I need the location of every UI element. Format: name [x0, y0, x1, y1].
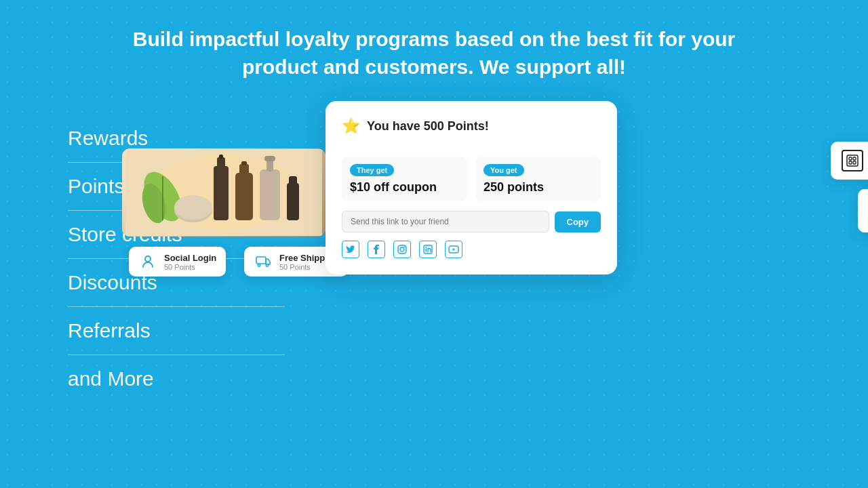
svg-point-6 [174, 195, 212, 220]
they-get-tag: They get [350, 164, 394, 176]
twitter-icon[interactable] [342, 241, 359, 258]
link-input[interactable] [342, 211, 549, 232]
you-get-value: 250 points [484, 180, 593, 195]
svg-rect-9 [219, 155, 223, 159]
coupon-card: $15 off coupon 750 Points [831, 142, 868, 180]
nav-item-referrals[interactable]: Referrals [68, 307, 285, 355]
redeem-info-card: Earn 250 more Points to redeem [858, 189, 868, 232]
svg-point-28 [400, 247, 404, 251]
svg-rect-13 [260, 169, 280, 220]
svg-rect-25 [849, 161, 852, 164]
linkedin-icon[interactable] [419, 241, 437, 258]
they-get-value: $10 off coupon [350, 180, 459, 195]
svg-rect-27 [398, 245, 406, 253]
you-get-box: You get 250 points [475, 157, 601, 201]
social-icons-row [342, 241, 601, 258]
right-panel: Social Login 50 Points Free Shipping 50 … [326, 101, 814, 274]
svg-rect-24 [853, 157, 856, 160]
social-login-points: 50 Points [164, 263, 216, 271]
svg-rect-7 [214, 166, 229, 220]
header-line2: product and customers. We support all! [242, 56, 626, 78]
svg-rect-17 [289, 176, 297, 185]
truck-icon [254, 252, 273, 271]
copy-button[interactable]: Copy [555, 211, 601, 232]
svg-rect-8 [217, 157, 225, 168]
instagram-icon[interactable] [393, 241, 411, 258]
nav-item-and-more[interactable]: and More [68, 355, 285, 403]
svg-rect-31 [426, 249, 427, 252]
they-get-box: They get $10 off coupon [342, 157, 467, 201]
svg-rect-19 [256, 257, 266, 264]
product-image-card [122, 148, 326, 237]
main-widget-card: ⭐ You have 500 Points! They get $10 off … [326, 101, 617, 274]
referral-row: They get $10 off coupon You get 250 poin… [342, 157, 601, 201]
svg-rect-10 [235, 173, 253, 220]
svg-rect-11 [239, 164, 249, 175]
you-get-tag: You get [484, 164, 524, 176]
referral-section: They get $10 off coupon You get 250 poin… [342, 146, 601, 258]
link-share-row: Copy [342, 211, 601, 232]
header-text: Build impactful loyalty programs based o… [0, 0, 868, 81]
facebook-icon[interactable] [368, 241, 385, 258]
svg-rect-23 [849, 157, 852, 160]
svg-rect-16 [287, 183, 299, 220]
social-login-badge: Social Login 50 Points [129, 247, 226, 277]
svg-point-18 [145, 256, 151, 262]
social-login-label: Social Login [164, 253, 216, 263]
svg-point-32 [425, 247, 427, 248]
person-icon [138, 252, 157, 271]
youtube-icon[interactable] [445, 241, 462, 258]
points-header: ⭐ You have 500 Points! [342, 117, 601, 135]
points-text: You have 500 Points! [367, 119, 489, 134]
coupon-icon [842, 150, 863, 171]
svg-rect-22 [847, 155, 858, 166]
svg-rect-12 [241, 161, 247, 165]
svg-rect-26 [853, 161, 856, 164]
header-line1: Build impactful loyalty programs based o… [133, 28, 735, 50]
svg-point-21 [266, 264, 269, 267]
svg-point-29 [404, 247, 406, 248]
star-icon: ⭐ [342, 117, 360, 135]
svg-rect-15 [264, 156, 275, 161]
svg-point-20 [258, 264, 260, 267]
